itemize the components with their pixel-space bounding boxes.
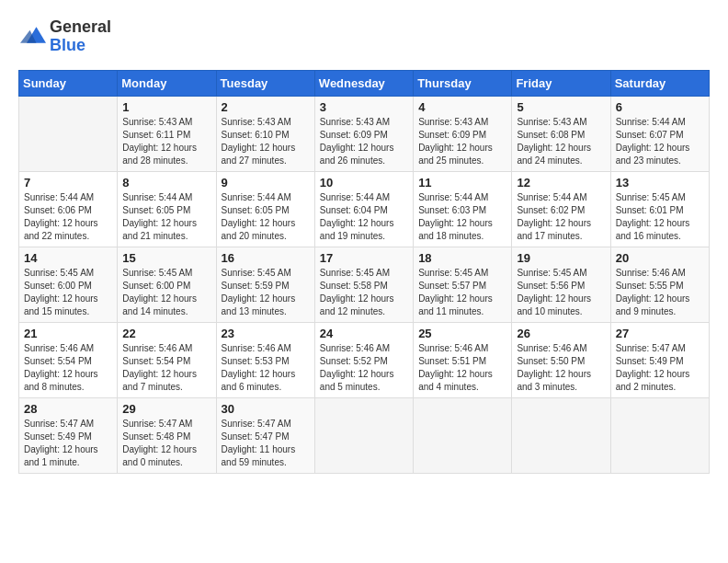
calendar-cell: 1Sunrise: 5:43 AM Sunset: 6:11 PM Daylig… <box>118 96 216 171</box>
cell-info: Sunrise: 5:43 AM Sunset: 6:09 PM Dayligh… <box>418 116 506 167</box>
calendar-cell: 20Sunrise: 5:46 AM Sunset: 5:55 PM Dayli… <box>610 247 709 322</box>
calendar-cell: 5Sunrise: 5:43 AM Sunset: 6:08 PM Daylig… <box>512 96 610 171</box>
calendar-cell: 21Sunrise: 5:46 AM Sunset: 5:54 PM Dayli… <box>19 322 118 397</box>
calendar-cell: 13Sunrise: 5:45 AM Sunset: 6:01 PM Dayli… <box>610 171 709 247</box>
weekday-header-thursday: Thursday <box>414 70 512 96</box>
logo-icon <box>20 22 46 48</box>
day-number: 30 <box>222 402 310 416</box>
cell-info: Sunrise: 5:43 AM Sunset: 6:11 PM Dayligh… <box>122 116 210 167</box>
cell-info: Sunrise: 5:44 AM Sunset: 6:05 PM Dayligh… <box>222 191 310 243</box>
cell-info: Sunrise: 5:46 AM Sunset: 5:54 PM Dayligh… <box>24 342 112 394</box>
day-number: 5 <box>517 100 605 114</box>
cell-info: Sunrise: 5:43 AM Sunset: 6:09 PM Dayligh… <box>320 116 408 167</box>
day-number: 22 <box>122 327 210 340</box>
cell-info: Sunrise: 5:46 AM Sunset: 5:50 PM Dayligh… <box>517 342 605 394</box>
day-number: 13 <box>616 176 704 190</box>
weekday-header-wednesday: Wednesday <box>314 70 413 96</box>
day-number: 10 <box>320 176 408 190</box>
calendar-cell: 14Sunrise: 5:45 AM Sunset: 6:00 PM Dayli… <box>19 247 118 322</box>
day-number: 28 <box>24 402 112 416</box>
day-number: 14 <box>24 251 112 265</box>
page-header: General Blue <box>18 18 710 55</box>
day-number: 15 <box>122 251 210 265</box>
calendar-cell: 23Sunrise: 5:46 AM Sunset: 5:53 PM Dayli… <box>216 322 314 397</box>
cell-info: Sunrise: 5:45 AM Sunset: 5:59 PM Dayligh… <box>222 267 310 318</box>
cell-info: Sunrise: 5:46 AM Sunset: 5:53 PM Dayligh… <box>222 342 310 394</box>
calendar-cell: 3Sunrise: 5:43 AM Sunset: 6:09 PM Daylig… <box>314 96 413 171</box>
calendar-cell: 25Sunrise: 5:46 AM Sunset: 5:51 PM Dayli… <box>414 322 512 397</box>
day-number: 6 <box>616 100 704 114</box>
cell-info: Sunrise: 5:43 AM Sunset: 6:10 PM Dayligh… <box>222 116 310 167</box>
day-number: 3 <box>320 100 408 114</box>
day-number: 29 <box>122 402 210 416</box>
day-number: 4 <box>418 100 506 114</box>
cell-info: Sunrise: 5:44 AM Sunset: 6:04 PM Dayligh… <box>320 191 408 243</box>
calendar-cell: 2Sunrise: 5:43 AM Sunset: 6:10 PM Daylig… <box>216 96 314 171</box>
calendar-cell: 24Sunrise: 5:46 AM Sunset: 5:52 PM Dayli… <box>314 322 413 397</box>
week-row-5: 28Sunrise: 5:47 AM Sunset: 5:49 PM Dayli… <box>19 397 710 473</box>
week-row-4: 21Sunrise: 5:46 AM Sunset: 5:54 PM Dayli… <box>19 322 710 397</box>
day-number: 20 <box>616 251 704 265</box>
day-number: 9 <box>222 176 310 190</box>
cell-info: Sunrise: 5:44 AM Sunset: 6:07 PM Dayligh… <box>616 116 704 167</box>
cell-info: Sunrise: 5:45 AM Sunset: 6:00 PM Dayligh… <box>122 267 210 318</box>
cell-info: Sunrise: 5:47 AM Sunset: 5:49 PM Dayligh… <box>24 418 112 469</box>
calendar-cell: 4Sunrise: 5:43 AM Sunset: 6:09 PM Daylig… <box>414 96 512 171</box>
day-number: 23 <box>222 327 310 340</box>
calendar-cell: 26Sunrise: 5:46 AM Sunset: 5:50 PM Dayli… <box>512 322 610 397</box>
weekday-header-row: SundayMondayTuesdayWednesdayThursdayFrid… <box>19 70 710 96</box>
calendar-cell: 12Sunrise: 5:44 AM Sunset: 6:02 PM Dayli… <box>512 171 610 247</box>
cell-info: Sunrise: 5:44 AM Sunset: 6:06 PM Dayligh… <box>24 191 112 243</box>
day-number: 27 <box>616 327 704 340</box>
cell-info: Sunrise: 5:44 AM Sunset: 6:03 PM Dayligh… <box>418 191 506 243</box>
cell-info: Sunrise: 5:45 AM Sunset: 6:00 PM Dayligh… <box>24 267 112 318</box>
weekday-header-friday: Friday <box>512 70 610 96</box>
calendar-cell: 22Sunrise: 5:46 AM Sunset: 5:54 PM Dayli… <box>118 322 216 397</box>
day-number: 7 <box>24 176 112 190</box>
cell-info: Sunrise: 5:45 AM Sunset: 5:56 PM Dayligh… <box>517 267 605 318</box>
calendar-table: SundayMondayTuesdayWednesdayThursdayFrid… <box>18 70 710 474</box>
day-number: 11 <box>418 176 506 190</box>
weekday-header-monday: Monday <box>118 70 216 96</box>
calendar-cell: 29Sunrise: 5:47 AM Sunset: 5:48 PM Dayli… <box>118 397 216 473</box>
calendar-cell: 17Sunrise: 5:45 AM Sunset: 5:58 PM Dayli… <box>314 247 413 322</box>
cell-info: Sunrise: 5:43 AM Sunset: 6:08 PM Dayligh… <box>517 116 605 167</box>
week-row-1: 1Sunrise: 5:43 AM Sunset: 6:11 PM Daylig… <box>19 96 710 171</box>
day-number: 26 <box>517 327 605 340</box>
logo: General Blue <box>18 18 111 55</box>
day-number: 1 <box>122 100 210 114</box>
weekday-header-tuesday: Tuesday <box>216 70 314 96</box>
day-number: 17 <box>320 251 408 265</box>
cell-info: Sunrise: 5:47 AM Sunset: 5:47 PM Dayligh… <box>222 418 310 469</box>
calendar-cell: 6Sunrise: 5:44 AM Sunset: 6:07 PM Daylig… <box>610 96 709 171</box>
logo-text: General Blue <box>50 18 111 55</box>
calendar-cell: 15Sunrise: 5:45 AM Sunset: 6:00 PM Dayli… <box>118 247 216 322</box>
calendar-cell: 30Sunrise: 5:47 AM Sunset: 5:47 PM Dayli… <box>216 397 314 473</box>
calendar-cell: 10Sunrise: 5:44 AM Sunset: 6:04 PM Dayli… <box>314 171 413 247</box>
cell-info: Sunrise: 5:47 AM Sunset: 5:49 PM Dayligh… <box>616 342 704 394</box>
cell-info: Sunrise: 5:47 AM Sunset: 5:48 PM Dayligh… <box>122 418 210 469</box>
calendar-cell: 9Sunrise: 5:44 AM Sunset: 6:05 PM Daylig… <box>216 171 314 247</box>
calendar-cell: 18Sunrise: 5:45 AM Sunset: 5:57 PM Dayli… <box>414 247 512 322</box>
calendar-cell <box>19 96 118 171</box>
cell-info: Sunrise: 5:46 AM Sunset: 5:52 PM Dayligh… <box>320 342 408 394</box>
calendar-cell: 16Sunrise: 5:45 AM Sunset: 5:59 PM Dayli… <box>216 247 314 322</box>
cell-info: Sunrise: 5:46 AM Sunset: 5:55 PM Dayligh… <box>616 267 704 318</box>
weekday-header-sunday: Sunday <box>19 70 118 96</box>
day-number: 24 <box>320 327 408 340</box>
day-number: 16 <box>222 251 310 265</box>
day-number: 25 <box>418 327 506 340</box>
week-row-3: 14Sunrise: 5:45 AM Sunset: 6:00 PM Dayli… <box>19 247 710 322</box>
cell-info: Sunrise: 5:45 AM Sunset: 5:57 PM Dayligh… <box>418 267 506 318</box>
calendar-cell <box>314 397 413 473</box>
calendar-cell <box>414 397 512 473</box>
day-number: 19 <box>517 251 605 265</box>
calendar-cell: 28Sunrise: 5:47 AM Sunset: 5:49 PM Dayli… <box>19 397 118 473</box>
cell-info: Sunrise: 5:44 AM Sunset: 6:02 PM Dayligh… <box>517 191 605 243</box>
day-number: 12 <box>517 176 605 190</box>
calendar-cell <box>610 397 709 473</box>
calendar-cell: 19Sunrise: 5:45 AM Sunset: 5:56 PM Dayli… <box>512 247 610 322</box>
calendar-cell: 7Sunrise: 5:44 AM Sunset: 6:06 PM Daylig… <box>19 171 118 247</box>
calendar-cell: 27Sunrise: 5:47 AM Sunset: 5:49 PM Dayli… <box>610 322 709 397</box>
day-number: 21 <box>24 327 112 340</box>
